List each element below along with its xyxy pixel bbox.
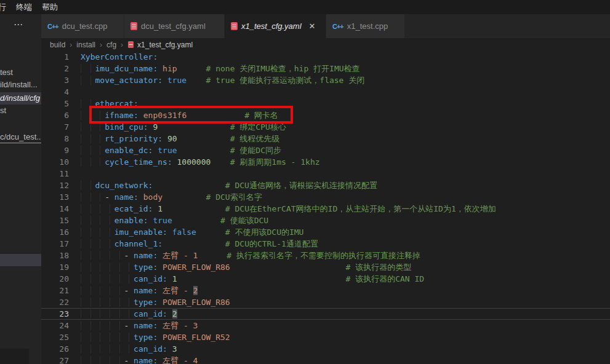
token: # 不使用该DCU的IMU (225, 228, 304, 237)
more-actions-icon[interactable]: ⋯ (14, 19, 23, 30)
line-content: imu_enable: false # 不使用该DCU的IMU (81, 226, 303, 238)
token: # 该执行器的CAN ID (345, 274, 424, 283)
sidebar-highlight-row[interactable] (0, 254, 41, 266)
token (81, 111, 105, 120)
code-line-17[interactable]: 17 channel_1: # DCU的CTRL-1通道配置 (41, 238, 610, 250)
tab-x1_test.cpp[interactable]: C++x1_test.cpp (326, 14, 405, 38)
menu-item-0[interactable]: 行 (0, 0, 11, 14)
code-line-11[interactable]: 11 (41, 168, 610, 180)
menu-item-2[interactable]: 帮助 (37, 0, 63, 14)
token: type: (134, 263, 158, 272)
code-line-19[interactable]: 19 type: POWER_FLOW_R86 # 该执行器的类型 (41, 261, 610, 273)
tab-label: x1_test_cfg.yaml (241, 22, 302, 31)
code-line-13[interactable]: 13 - name: body # DCU索引名字 (41, 191, 610, 203)
code-line-27[interactable]: 27 - name: 左臂 - 4 (41, 355, 610, 364)
token: ifname: (105, 111, 138, 120)
token (163, 192, 206, 202)
token: # 使能DC同步 (230, 146, 281, 155)
code-editor[interactable]: 1XyberController:2 imu_dcu_name: hip # n… (41, 51, 610, 364)
menu-item-1[interactable]: 终端 (11, 0, 37, 14)
line-content: type: POWER_FLOW_R52 (81, 331, 230, 343)
code-line-9[interactable]: 9 enable_dc: true # 使能DC同步 (41, 144, 610, 156)
token (81, 274, 134, 283)
code-line-1[interactable]: 1XyberController: (41, 51, 610, 63)
code-line-4[interactable]: 4 (41, 86, 610, 98)
sidebar-item-3[interactable]: st (0, 105, 41, 117)
token (81, 251, 124, 260)
line-number: 12 (41, 180, 69, 191)
chevron-right-icon: › (121, 41, 123, 49)
token (81, 356, 124, 364)
code-line-2[interactable]: 2 imu_dcu_name: hip # none 关闭IMU检查，hip 打… (41, 63, 610, 74)
code-line-8[interactable]: 8 rt_priority: 90 # 线程优先级 (41, 133, 610, 144)
breadcrumb-segment-build[interactable]: build (50, 41, 65, 49)
token: type: (134, 333, 158, 342)
line-content: can_id: 1 # 该执行器的CAN ID (81, 273, 424, 285)
code-line-10[interactable]: 10 cycle_time_ns: 1000000 # 刷新周期1ms - 1k… (41, 156, 610, 168)
token: cycle_time_ns: (105, 157, 172, 167)
token (158, 333, 163, 342)
breadcrumb-segment-install[interactable]: install (76, 41, 95, 49)
tab-x1_test_cfg.yaml[interactable]: x1_test_cfg.yaml✕ (225, 14, 326, 38)
code-line-5[interactable]: 5 ethercat: (41, 98, 610, 109)
token (187, 76, 206, 85)
token (81, 204, 114, 213)
code-line-16[interactable]: 16 imu_enable: false # 不使用该DCU的IMU (41, 226, 610, 238)
token: type: (134, 298, 158, 307)
code-line-6[interactable]: 6 ifname: enp0s31f6 # 网卡名 (41, 109, 610, 121)
code-line-12[interactable]: 12 dcu_network: # DCU通信网络，请根据实机连接情况配置 (41, 180, 610, 191)
code-line-14[interactable]: 14 ecat_id: 1 # DCU在EtherCAT网络中的ID，从主站开始… (41, 203, 610, 215)
code-line-22[interactable]: 22 type: POWER_FLOW_R86 (41, 296, 610, 308)
sidebar-item-2[interactable]: d/install/cfg (0, 92, 41, 105)
token (81, 64, 95, 73)
token (81, 263, 134, 272)
line-content: ifname: enp0s31f6 # 网卡名 (81, 109, 278, 121)
token: # 线程优先级 (230, 134, 280, 143)
token: true (158, 146, 177, 155)
chevron-right-icon: › (100, 41, 102, 49)
token (81, 157, 105, 167)
code-line-20[interactable]: 20 can_id: 1 # 该执行器的CAN ID (41, 273, 610, 285)
sidebar-item-4[interactable]: c/dcu_test... (0, 131, 41, 143)
breadcrumb-segment-cfg[interactable]: cfg (106, 41, 116, 49)
code-line-15[interactable]: 15 enable: true # 使能该DCU (41, 215, 610, 226)
token: 3 (172, 344, 177, 354)
token (158, 356, 163, 364)
line-content: can_id: 3 (81, 343, 177, 355)
code-line-25[interactable]: 25 type: POWER_FLOW_R52 (41, 331, 610, 343)
line-number: 10 (41, 156, 69, 168)
token (138, 192, 143, 202)
token: imu_dcu_name: (95, 64, 158, 73)
code-line-7[interactable]: 7 bind_cpu: 9 # 绑定CPU核心 (41, 121, 610, 133)
token: name: (134, 286, 158, 295)
code-line-24[interactable]: 24 - name: 左臂 - 3 (41, 320, 610, 331)
token: XyberController: (81, 52, 158, 61)
line-number: 4 (41, 86, 69, 98)
token: # DCU通信网络，请根据实机连接情况配置 (225, 181, 377, 190)
yaml-file-icon (128, 41, 134, 48)
code-line-23[interactable]: 23 can_id: 2 (41, 308, 610, 320)
token: - (124, 321, 134, 330)
tab-dcu_test_cfg.yaml[interactable]: dcu_test_cfg.yaml (124, 14, 225, 38)
token (81, 344, 134, 354)
sidebar-item-1[interactable]: ild/install... (0, 79, 41, 91)
token (158, 251, 163, 260)
token (138, 111, 143, 120)
token (163, 239, 225, 248)
code-line-3[interactable]: 3 move_actuator: true # true 使能执行器运动测试，f… (41, 74, 610, 86)
line-content: cycle_time_ns: 1000000 # 刷新周期1ms - 1khz (81, 156, 320, 168)
line-number: 22 (41, 296, 69, 308)
line-content: can_id: 2 (81, 308, 177, 320)
code-line-21[interactable]: 21 - name: 左臂 - 2 (41, 285, 610, 296)
sidebar-item-0[interactable]: test (0, 66, 41, 79)
code-line-26[interactable]: 26 can_id: 3 (41, 343, 610, 355)
tab-close-icon[interactable]: ✕ (308, 22, 317, 31)
token: true (153, 216, 172, 225)
breadcrumb-file[interactable]: x1_test_cfg.yaml (137, 41, 193, 49)
tab-dcu_test.cpp[interactable]: C++dcu_test.cpp (41, 14, 124, 38)
token (163, 134, 167, 143)
token (158, 286, 163, 295)
token: name: (134, 356, 158, 364)
token: 1000000 (177, 157, 211, 167)
code-line-18[interactable]: 18 - name: 左臂 - 1 # 执行器索引名字，不需要控制的执行器可直接… (41, 250, 610, 261)
